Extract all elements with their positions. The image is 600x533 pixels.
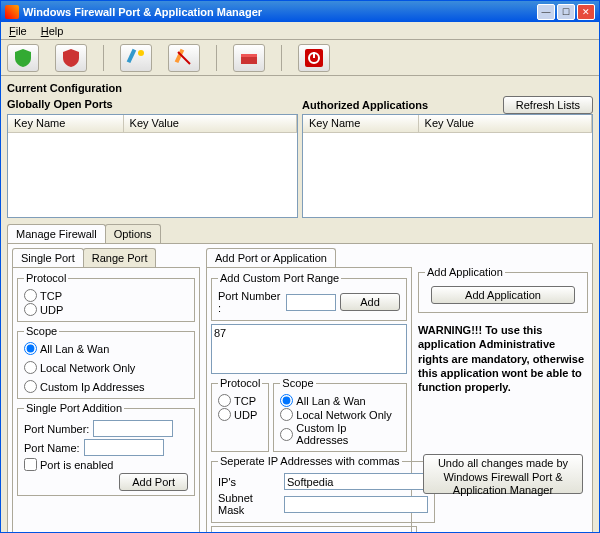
radio-local-net[interactable]: Local Network Only (24, 361, 188, 374)
svg-rect-0 (127, 48, 137, 62)
mid-radio-tcp[interactable]: TCP (218, 394, 262, 407)
authorized-apps-label: Authorized Applications (302, 99, 428, 111)
globally-open-label: Globally Open Ports (7, 98, 298, 110)
menu-help[interactable]: Help (37, 25, 68, 37)
authorized-apps-list[interactable]: Key Name Key Value (302, 114, 593, 218)
radio-all-lan-wan[interactable]: All Lan & Wan (24, 342, 188, 355)
window-controls: — ☐ ✕ (537, 4, 595, 20)
minimize-button[interactable]: — (537, 4, 555, 20)
wand-blue-icon[interactable] (120, 44, 152, 72)
single-port-add-legend: Single Port Addition (24, 402, 124, 414)
port-number-input[interactable] (93, 420, 173, 437)
svg-rect-5 (241, 54, 257, 57)
ips-label: IP's (218, 476, 280, 488)
mid-radio-udp[interactable]: UDP (218, 408, 262, 421)
firewall-icon[interactable] (233, 44, 265, 72)
main-tabstrip: Manage Firewall Options (7, 224, 593, 243)
refresh-button[interactable]: Refresh Lists (503, 96, 593, 114)
add-range-button[interactable]: Add (340, 293, 400, 311)
port-name-input[interactable] (84, 439, 164, 456)
range-port-number-input[interactable] (286, 294, 336, 311)
col-key-name: Key Name (303, 115, 419, 132)
app-icon (5, 5, 19, 19)
ips-input[interactable] (284, 473, 428, 490)
subnet-label: Subnet Mask (218, 492, 280, 516)
protocol-group: Protocol TCP UDP (17, 272, 195, 322)
ip-group: Seperate IP Addresses with commas IP's S… (211, 455, 435, 523)
sep-ip-legend: Seperate IP Addresses with commas (218, 455, 402, 467)
portname-group: PortName :Add CustomRange Ports Enabled … (211, 526, 417, 533)
add-application-button[interactable]: Add Application (431, 286, 575, 304)
col-key-name: Key Name (8, 115, 124, 132)
checkbox-port-enabled[interactable]: Port is enabled (24, 458, 188, 471)
scope-group: Scope All Lan & Wan Local Network Only C… (17, 325, 195, 399)
wand-red-icon[interactable] (168, 44, 200, 72)
menu-file[interactable]: File (5, 25, 31, 37)
globally-open-list[interactable]: Key Name Key Value (7, 114, 298, 218)
radio-tcp[interactable]: TCP (24, 289, 188, 302)
mid-radio-custom[interactable]: Custom Ip Addresses (280, 422, 400, 446)
mid-radio-all[interactable]: All Lan & Wan (280, 394, 400, 407)
maximize-button[interactable]: ☐ (557, 4, 575, 20)
tab-add-port-app[interactable]: Add Port or Application (206, 248, 336, 267)
current-config-label: Current Configuration (7, 82, 593, 94)
tab-manage-firewall[interactable]: Manage Firewall (7, 224, 106, 243)
mid-protocol-group: Protocol TCP UDP (211, 377, 269, 452)
power-icon[interactable] (298, 44, 330, 72)
add-app-group: Add Application Add Application (418, 266, 588, 313)
undo-button[interactable]: Undo all changes made by Windows Firewal… (423, 454, 583, 494)
custom-range-legend: Add Custom Port Range (218, 272, 341, 284)
window-title: Windows Firewall Port & Application Mana… (23, 6, 537, 18)
protocol-legend: Protocol (24, 272, 68, 284)
tab-options[interactable]: Options (105, 224, 161, 243)
main-tabbody: Single Port Range Port Protocol TCP UDP … (7, 243, 593, 533)
radio-udp[interactable]: UDP (24, 303, 188, 316)
close-button[interactable]: ✕ (577, 4, 595, 20)
custom-range-group: Add Custom Port Range Port Number :Add (211, 272, 407, 321)
shield-red-icon[interactable] (55, 44, 87, 72)
col-key-value: Key Value (419, 115, 592, 132)
mid-radio-local[interactable]: Local Network Only (280, 408, 400, 421)
add-app-legend: Add Application (425, 266, 505, 278)
subnet-input[interactable] (284, 496, 428, 513)
menubar: File Help (1, 22, 599, 40)
svg-point-1 (138, 50, 144, 56)
shield-green-icon[interactable] (7, 44, 39, 72)
titlebar: Windows Firewall Port & Application Mana… (1, 1, 599, 22)
warning-text: WARNING!!! To use this application Admin… (418, 323, 588, 394)
scope-legend: Scope (24, 325, 59, 337)
tab-single-port[interactable]: Single Port (12, 248, 84, 267)
range-port-number-label: Port Number : (218, 290, 282, 314)
single-port-addition-group: Single Port Addition Port Number: Port N… (17, 402, 195, 496)
port-name-label: Port Name: (24, 442, 80, 454)
tab-range-port[interactable]: Range Port (83, 248, 157, 267)
toolbar (1, 40, 599, 76)
add-port-button[interactable]: Add Port (119, 473, 188, 491)
radio-custom-ip[interactable]: Custom Ip Addresses (24, 380, 188, 393)
port-number-label: Port Number: (24, 423, 89, 435)
col-key-value: Key Value (124, 115, 297, 132)
range-list-box[interactable]: 87 (211, 324, 407, 374)
mid-scope-group: Scope All Lan & Wan Local Network Only C… (273, 377, 407, 452)
